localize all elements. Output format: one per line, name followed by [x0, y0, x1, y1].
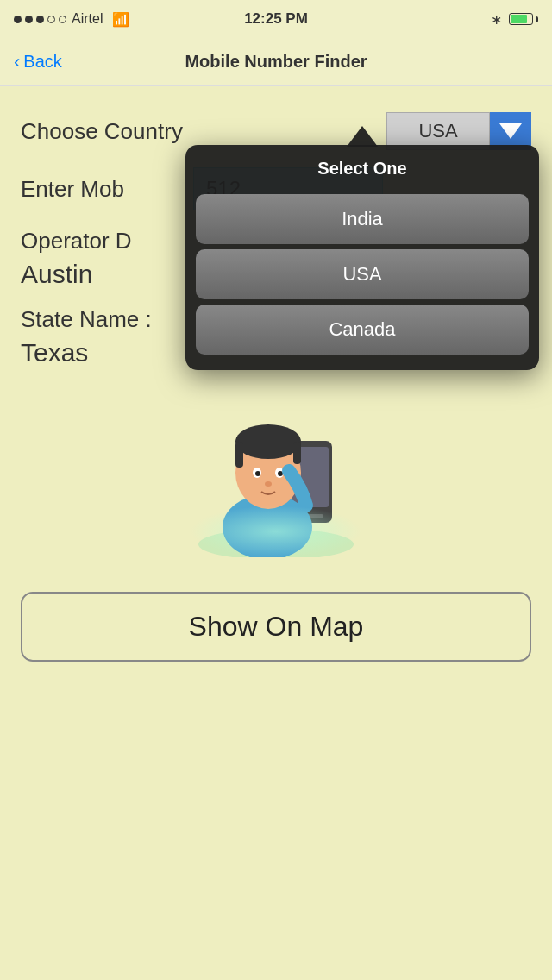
- dropdown-title: Select One: [185, 145, 539, 189]
- dropdown-option-india[interactable]: India: [196, 194, 529, 244]
- dropdown-popup: Select One India USA Canada: [185, 145, 539, 370]
- dropdown-overlay: Select One India USA Canada: [0, 0, 552, 980]
- dropdown-option-usa[interactable]: USA: [196, 249, 529, 299]
- dropdown-option-canada[interactable]: Canada: [196, 305, 529, 355]
- popup-arrow: [347, 126, 378, 147]
